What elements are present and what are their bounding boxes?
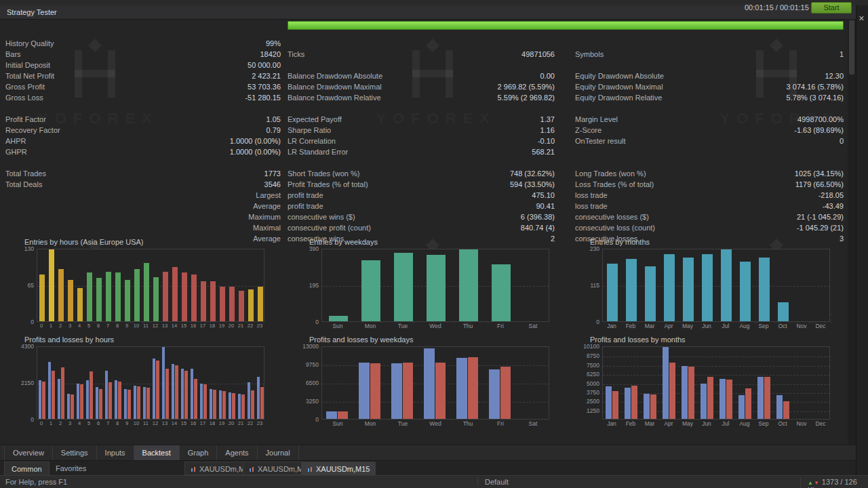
x-axis-tick: Jul <box>716 420 735 427</box>
bar <box>191 274 197 321</box>
x-axis-tick: 12 <box>151 420 160 426</box>
x-axis-tick: 22 <box>245 420 255 426</box>
panel-tab-common[interactable]: Common <box>4 462 50 475</box>
stat-row: Recovery Factor0.79 <box>5 126 281 136</box>
bar <box>39 274 45 321</box>
close-window-icon[interactable]: ✕ <box>859 15 865 22</box>
bar <box>175 365 178 419</box>
stat-value: 5.59% (2 969.82) <box>498 94 555 104</box>
bar <box>115 380 117 419</box>
chart-2: Entries by weekdays0195390SunMonTueWedTh… <box>301 238 553 333</box>
bar <box>172 267 178 321</box>
x-axis-tick: 21 <box>236 420 245 426</box>
x-axis-tick: 11 <box>141 323 151 329</box>
stat-row: Total Trades1773 <box>5 169 281 180</box>
stat-label: Sharpe Ratio <box>288 126 331 136</box>
bar <box>143 387 146 419</box>
stat-value: 1.37 <box>540 115 555 125</box>
stat-label: Expected Payoff <box>288 115 342 125</box>
bar <box>105 371 108 419</box>
stat-label: consecutive profit (count) <box>288 224 371 234</box>
bar <box>644 394 650 419</box>
profile-name[interactable]: Default <box>477 478 509 486</box>
x-axis-tick: 1 <box>46 420 56 426</box>
tester-tab-agents[interactable]: Agents <box>217 445 257 461</box>
vertical-scrollbar[interactable] <box>848 19 856 445</box>
x-axis-tick: 16 <box>189 323 198 329</box>
stat-label: Equity Drawdown Absolute <box>575 72 664 82</box>
y-axis-tick: 195 <box>301 282 319 289</box>
bar <box>125 280 130 321</box>
stat-row: Profit Trades (% of total)594 (33.50%) <box>288 180 555 190</box>
x-axis-tick: Wed <box>419 323 452 329</box>
tester-tab-journal[interactable]: Journal <box>258 445 299 461</box>
bar <box>115 272 121 321</box>
chart-window-tab-3[interactable]: XAUUSDm,M15 <box>301 462 376 475</box>
x-axis-tick: Feb <box>621 323 640 329</box>
bar <box>459 249 479 321</box>
tester-tab-inputs[interactable]: Inputs <box>97 445 134 461</box>
chart-tab-label: XAUUSDm,M5 <box>258 465 307 473</box>
chart-title: Entries by hours (Asia Europe USA) <box>24 238 143 246</box>
panel-tab-favorites[interactable]: Favorites <box>49 462 93 475</box>
chart-6: Profits and losses by months125025003750… <box>582 336 834 430</box>
y-axis-tick: 390 <box>301 245 319 252</box>
stat-label: Average <box>253 202 281 212</box>
stat-row: Largest <box>5 191 281 201</box>
x-axis-tick: 12 <box>151 323 160 329</box>
bar <box>137 386 140 419</box>
bar <box>745 388 751 419</box>
report-charts: Entries by hours (Asia Europe USA)065130… <box>0 233 848 445</box>
bar <box>776 395 783 419</box>
stat-label: Gross Loss <box>5 94 43 104</box>
stat-value: 1.0000 (0.00%) <box>230 137 281 147</box>
bar <box>664 254 675 321</box>
x-axis-tick: Jul <box>716 323 735 329</box>
x-axis-tick: Sep <box>754 323 773 329</box>
x-axis-tick: Dec <box>811 420 830 427</box>
bar <box>248 382 250 419</box>
stat-row: Balance Drawdown Maximal2 969.82 (5.59%) <box>288 83 555 93</box>
tester-tab-backtest[interactable]: Backtest <box>134 445 180 461</box>
bar <box>67 394 70 419</box>
bar <box>427 255 446 321</box>
traffic-indicator[interactable]: ▲▼1373 / 126 Kb <box>800 478 868 488</box>
y-axis-tick: 0 <box>301 319 319 325</box>
tester-tab-overview[interactable]: Overview <box>4 445 53 461</box>
start-button[interactable]: Start <box>811 2 852 14</box>
stat-value: -0.10 <box>538 137 555 147</box>
tester-tab-graph[interactable]: Graph <box>180 445 218 461</box>
x-axis-tick: Aug <box>735 420 754 427</box>
stat-label: loss trade <box>575 202 608 212</box>
tester-tab-settings[interactable]: Settings <box>53 445 97 461</box>
chart-title: Entries by weekdays <box>309 238 378 246</box>
bar <box>612 391 618 419</box>
bar <box>329 316 349 321</box>
stat-value: 594 (33.50%) <box>510 180 555 190</box>
y-axis-tick: 2150 <box>16 380 34 386</box>
bar <box>134 269 140 321</box>
bar <box>606 386 612 419</box>
y-axis-tick: 0 <box>16 319 34 325</box>
y-axis-tick: 13000 <box>301 343 319 350</box>
chart-4: Profits and losses by hours0215043000123… <box>16 336 269 430</box>
bar <box>144 263 149 321</box>
scrollbar-thumb[interactable] <box>849 20 854 75</box>
x-axis-tick: 13 <box>160 420 170 426</box>
x-axis-tick: 3 <box>65 420 75 426</box>
y-axis-tick: 4300 <box>16 343 34 350</box>
stat-row: Total Net Profit2 423.21 <box>5 72 281 82</box>
stat-label: Bars <box>5 50 21 60</box>
x-axis-tick: Tue <box>387 323 419 329</box>
bar <box>80 384 83 419</box>
x-axis-tick: Sat <box>517 323 549 329</box>
stat-label: Margin Level <box>575 115 618 125</box>
stat-value: 6 (396.38) <box>521 213 555 223</box>
stat-value: 748 (32.62%) <box>510 169 555 180</box>
bar <box>229 392 231 419</box>
stat-row: consecutive profit (count)840.74 (4) <box>288 224 555 234</box>
stat-value: -1.63 (89.69%) <box>794 126 844 136</box>
x-axis-tick: Jun <box>697 420 716 427</box>
x-axis-tick: 18 <box>208 420 217 426</box>
bar <box>58 379 60 419</box>
